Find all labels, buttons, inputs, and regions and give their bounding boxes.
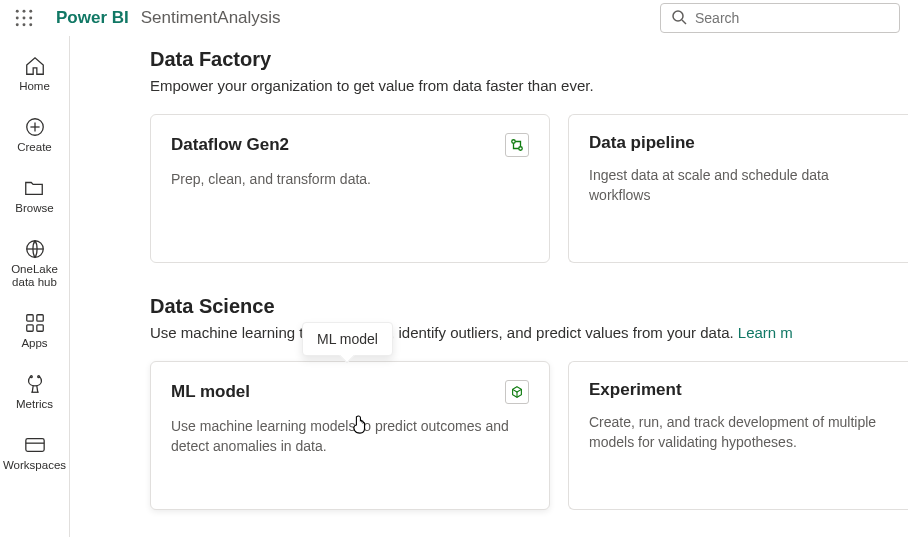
card-description: Use machine learning models to predict o… <box>171 416 529 456</box>
home-icon <box>23 54 47 78</box>
section-title: Data Science <box>150 295 908 318</box>
apps-icon <box>23 311 47 335</box>
nav-browse[interactable]: Browse <box>15 176 53 215</box>
ml-model-icon <box>505 380 529 404</box>
svg-rect-21 <box>25 439 43 452</box>
learn-more-link[interactable]: Learn m <box>738 324 793 341</box>
svg-rect-18 <box>36 325 42 331</box>
svg-point-19 <box>30 376 32 378</box>
onelake-icon <box>23 237 47 261</box>
card-title: Experiment <box>589 380 682 400</box>
section-title: Data Factory <box>150 48 908 71</box>
svg-point-0 <box>16 10 19 13</box>
nav-home[interactable]: Home <box>19 54 50 93</box>
nav-apps[interactable]: Apps <box>21 311 47 350</box>
nav-create[interactable]: Create <box>17 115 52 154</box>
svg-point-4 <box>23 17 26 20</box>
workspace-name[interactable]: SentimentAnalysis <box>141 8 281 28</box>
svg-line-10 <box>682 20 686 24</box>
search-icon <box>671 9 687 28</box>
svg-point-24 <box>519 147 523 151</box>
nav-workspaces[interactable]: Workspaces <box>3 433 66 472</box>
svg-point-7 <box>23 23 26 26</box>
left-nav: Home Create Browse OneLake data hub Apps… <box>0 36 70 537</box>
workspaces-icon <box>23 433 47 457</box>
card-ml-model[interactable]: ML model Use machine learning models to … <box>150 361 550 510</box>
svg-rect-17 <box>26 325 32 331</box>
product-name[interactable]: Power BI <box>56 8 129 28</box>
svg-point-6 <box>16 23 19 26</box>
card-description: Prep, clean, and transform data. <box>171 169 529 189</box>
card-title: ML model <box>171 382 250 402</box>
svg-point-1 <box>23 10 26 13</box>
section-data-science: Data Science Use machine learning to spo… <box>150 295 908 510</box>
card-dataflow-gen2[interactable]: Dataflow Gen2 Prep, clean, and transform… <box>150 114 550 263</box>
search-box[interactable] <box>660 3 900 33</box>
card-description: Create, run, and track development of mu… <box>589 412 888 452</box>
dataflow-icon <box>505 133 529 157</box>
section-subtitle: Empower your organization to get value f… <box>150 77 908 94</box>
svg-point-20 <box>37 376 39 378</box>
svg-point-23 <box>512 140 516 144</box>
card-experiment[interactable]: Experiment Create, run, and track develo… <box>568 361 908 510</box>
search-input[interactable] <box>695 10 875 26</box>
svg-rect-16 <box>36 315 42 321</box>
nav-onelake[interactable]: OneLake data hub <box>0 237 69 289</box>
metrics-icon <box>23 372 47 396</box>
svg-point-3 <box>16 17 19 20</box>
card-title: Dataflow Gen2 <box>171 135 289 155</box>
section-subtitle: Use machine learning to spot trends, ide… <box>150 324 908 341</box>
card-data-pipeline[interactable]: Data pipeline Ingest data at scale and s… <box>568 114 908 263</box>
app-launcher-icon[interactable] <box>8 2 40 34</box>
create-icon <box>23 115 47 139</box>
svg-point-9 <box>673 11 683 21</box>
svg-point-5 <box>29 17 32 20</box>
tooltip: ML model <box>302 322 393 356</box>
svg-point-8 <box>29 23 32 26</box>
card-description: Ingest data at scale and schedule data w… <box>589 165 888 205</box>
svg-rect-15 <box>26 315 32 321</box>
svg-point-2 <box>29 10 32 13</box>
section-data-factory: Data Factory Empower your organization t… <box>150 48 908 263</box>
browse-icon <box>22 176 46 200</box>
nav-metrics[interactable]: Metrics <box>16 372 53 411</box>
card-title: Data pipeline <box>589 133 695 153</box>
